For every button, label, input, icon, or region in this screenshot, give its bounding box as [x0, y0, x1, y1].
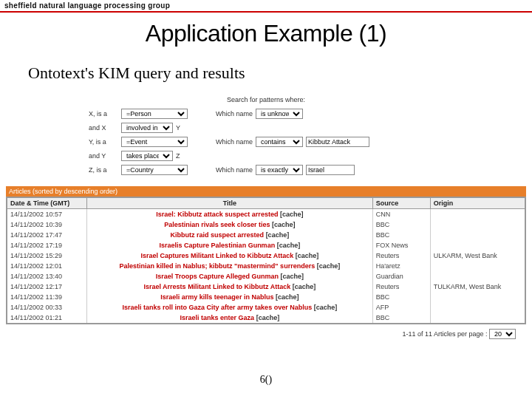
form-row-x-rel: and X involved in Y	[89, 122, 532, 134]
cell-title[interactable]: Israeli army kills teenager in Nablus [c…	[87, 292, 373, 302]
var-label: X, is a	[89, 110, 118, 117]
cell-date: 14/11/2002 00:33	[7, 302, 87, 313]
type-select-x[interactable]: =Person	[121, 109, 188, 119]
form-row-x-type: X, is a =Person Which name is unknown	[89, 108, 532, 120]
col-date-header[interactable]: Date & Time (GMT)	[7, 197, 87, 209]
cell-source: Reuters	[372, 250, 430, 261]
cell-source: AFP	[372, 302, 430, 313]
cell-title[interactable]: Israelis Capture Palestinian Gunman [cac…	[87, 240, 373, 250]
which-label: Which name	[216, 166, 253, 174]
table-row[interactable]: 14/11/2002 13:40Israel Troops Capture Al…	[7, 271, 525, 282]
cache-link[interactable]: [cache]	[317, 262, 341, 270]
relation-select-y[interactable]: takes place in	[121, 151, 173, 161]
col-title-header[interactable]: Title	[87, 197, 373, 209]
cell-date: 14/11/2002 12:01	[7, 261, 87, 271]
group-banner: sheffield natural language processing gr…	[0, 0, 532, 10]
rel-target: Y	[176, 124, 180, 132]
cell-title[interactable]: Palestinian killed in Nablus; kibbutz "m…	[87, 261, 373, 271]
cache-link[interactable]: [cache]	[314, 304, 338, 311]
cell-title[interactable]: Palestinian rivals seek closer ties [cac…	[87, 219, 373, 230]
cell-origin	[430, 313, 525, 324]
cell-origin	[430, 302, 525, 313]
cell-origin	[430, 219, 525, 230]
name-value-input-y[interactable]	[306, 137, 369, 147]
cell-title[interactable]: Israel: Kibbutz attack suspect arrested …	[87, 209, 373, 220]
cell-origin	[430, 230, 525, 240]
table-row[interactable]: 14/11/2002 10:57Israel: Kibbutz attack s…	[7, 209, 525, 220]
cache-link[interactable]: [cache]	[296, 252, 319, 259]
name-mode-select-x[interactable]: is unknown	[256, 109, 303, 119]
name-mode-select-y[interactable]: contains	[256, 137, 303, 147]
col-origin-header[interactable]: Origin	[430, 197, 525, 209]
cell-title[interactable]: Israeli tanks roll into Gaza City after …	[87, 302, 373, 313]
cell-title[interactable]: Kibbutz raid suspect arrested [cache]	[87, 230, 373, 240]
cell-origin: ULKARM, West Bank	[430, 250, 525, 261]
cell-source: CNN	[372, 209, 430, 220]
query-form: Search for patterns where: X, is a =Pers…	[89, 96, 532, 176]
var-label: Z, is a	[89, 166, 118, 174]
cache-link[interactable]: [cache]	[280, 273, 304, 280]
cell-date: 14/11/2002 17:47	[7, 230, 87, 240]
form-row-y-type: Y, is a =Event Which name contains	[89, 136, 532, 148]
cell-origin	[430, 261, 525, 271]
cell-origin	[430, 240, 525, 250]
cache-link[interactable]: [cache]	[280, 211, 304, 218]
var-label: and X	[89, 124, 118, 132]
cell-origin: TULKARM, West Bank	[430, 282, 525, 292]
cell-source: BBC	[372, 219, 430, 230]
cell-source: BBC	[372, 292, 430, 302]
rel-target: Z	[176, 152, 180, 160]
cache-link[interactable]: [cache]	[276, 293, 299, 301]
cell-source: Reuters	[372, 282, 430, 292]
results-panel: Articles (sorted by descending order) Da…	[6, 186, 526, 339]
cell-source: BBC	[372, 313, 430, 324]
results-table: Date & Time (GMT) Title Source Origin 14…	[6, 197, 526, 324]
cache-link[interactable]: [cache]	[293, 283, 316, 290]
name-mode-select-z[interactable]: is exactly	[256, 165, 303, 175]
cell-date: 14/11/2002 12:17	[7, 282, 87, 292]
form-row-z-type: Z, is a =Country Which name is exactly	[89, 164, 532, 176]
cell-title[interactable]: Israel Troops Capture Alleged Gunman [ca…	[87, 271, 373, 282]
type-select-z[interactable]: =Country	[121, 165, 188, 175]
table-row[interactable]: 14/11/2002 11:39Israeli army kills teena…	[7, 292, 525, 302]
cell-date: 14/11/2002 13:40	[7, 271, 87, 282]
which-label: Which name	[216, 110, 253, 117]
cache-link[interactable]: [cache]	[256, 314, 280, 321]
col-source-header[interactable]: Source	[372, 197, 430, 209]
slide-subtitle: Ontotext's KIM query and results	[28, 64, 532, 83]
relation-select-x[interactable]: involved in	[121, 123, 173, 133]
cell-origin	[430, 292, 525, 302]
cell-origin	[430, 209, 525, 220]
pager-text: 1-11 of 11 Articles per page :	[402, 330, 487, 338]
form-row-y-rel: and Y takes place in Z	[89, 150, 532, 162]
cell-source: Guardian	[372, 271, 430, 282]
pager-page-size[interactable]: 20	[489, 329, 516, 339]
name-value-input-z[interactable]	[306, 165, 355, 175]
cell-date: 14/11/2002 01:21	[7, 313, 87, 324]
form-intro: Search for patterns where:	[227, 96, 305, 103]
table-row[interactable]: 14/11/2002 17:19Israelis Capture Palesti…	[7, 240, 525, 250]
table-row[interactable]: 14/11/2002 00:33Israeli tanks roll into …	[7, 302, 525, 313]
cell-date: 14/11/2002 17:19	[7, 240, 87, 250]
cell-title[interactable]: Israel Arrests Militant Linked to Kibbut…	[87, 282, 373, 292]
table-row[interactable]: 14/11/2002 15:29Israel Captures Militant…	[7, 250, 525, 261]
cache-link[interactable]: [cache]	[277, 242, 301, 249]
table-row[interactable]: 14/11/2002 12:01Palestinian killed in Na…	[7, 261, 525, 271]
table-row[interactable]: 14/11/2002 12:17Israel Arrests Militant …	[7, 282, 525, 292]
cell-source: FOX News	[372, 240, 430, 250]
var-label: and Y	[89, 152, 118, 160]
cell-date: 14/11/2002 15:29	[7, 250, 87, 261]
table-row[interactable]: 14/11/2002 10:39Palestinian rivals seek …	[7, 219, 525, 230]
cell-title[interactable]: Israeli tanks enter Gaza [cache]	[87, 313, 373, 324]
table-row[interactable]: 14/11/2002 17:47Kibbutz raid suspect arr…	[7, 230, 525, 240]
cell-title[interactable]: Israel Captures Militant Linked to Kibbu…	[87, 250, 373, 261]
cache-link[interactable]: [cache]	[266, 231, 290, 239]
table-row[interactable]: 14/11/2002 01:21Israeli tanks enter Gaza…	[7, 313, 525, 324]
slide-footer: 6()	[0, 374, 532, 386]
cache-link[interactable]: [cache]	[272, 221, 296, 228]
type-select-y[interactable]: =Event	[121, 137, 188, 147]
slide-title: Application Example (1)	[0, 20, 532, 47]
cell-date: 14/11/2002 10:39	[7, 219, 87, 230]
banner-rule	[0, 11, 532, 13]
cell-date: 14/11/2002 11:39	[7, 292, 87, 302]
